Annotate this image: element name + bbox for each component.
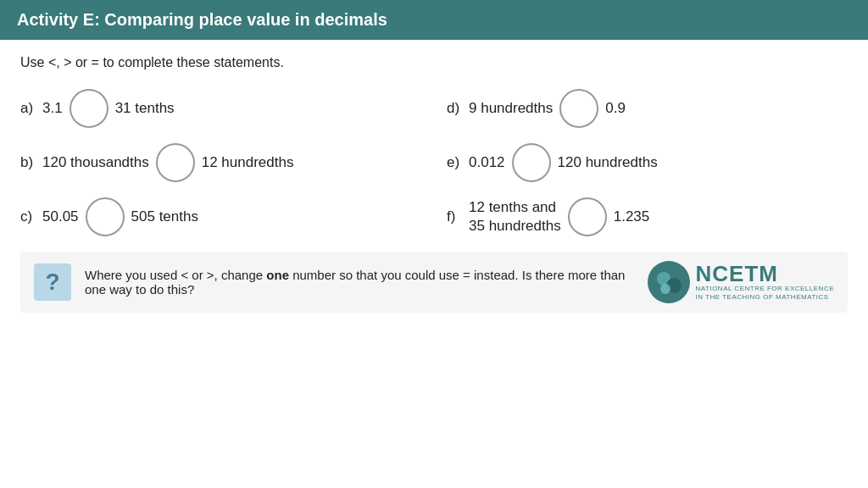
problem-c-label: c) xyxy=(20,208,36,225)
problem-f-left-line2: 35 hundredths xyxy=(469,217,561,236)
ncetm-logo: NCETM NATIONAL CENTRE FOR EXCELLENCE IN … xyxy=(647,260,834,304)
problem-f-left-text: 12 tenths and 35 hundredths xyxy=(469,198,561,236)
problem-e: e) 0.012 120 hundredths xyxy=(447,143,848,182)
problem-d-label: d) xyxy=(447,100,462,117)
problem-e-left: 0.012 xyxy=(469,154,505,171)
problem-a: a) 3.1 31 tenths xyxy=(20,89,421,128)
problem-f-left-line1: 12 tenths and xyxy=(469,198,561,217)
ncetm-line1: NATIONAL CENTRE FOR EXCELLENCE xyxy=(696,285,834,293)
main-content: Use <, > or = to complete these statemen… xyxy=(0,40,868,321)
problem-d: d) 9 hundredths 0.9 xyxy=(447,89,848,128)
problem-b: b) 120 thousandths 12 hundredths xyxy=(20,143,421,182)
ncetm-line2: IN THE TEACHING OF MATHEMATICS xyxy=(696,293,834,302)
problem-a-left: 3.1 xyxy=(42,100,63,117)
instruction-text: Use <, > or = to complete these statemen… xyxy=(20,55,848,70)
ncetm-text: NCETM NATIONAL CENTRE FOR EXCELLENCE IN … xyxy=(696,263,834,302)
svg-point-3 xyxy=(660,284,670,294)
problem-d-circle[interactable] xyxy=(559,89,598,128)
problem-c-circle[interactable] xyxy=(86,197,125,236)
problem-c-right: 505 tenths xyxy=(131,208,198,225)
problems-grid: a) 3.1 31 tenths d) 9 hundredths 0.9 b) … xyxy=(20,89,848,236)
problem-f-right: 1.235 xyxy=(614,208,650,225)
problem-b-label: b) xyxy=(20,154,36,171)
problem-a-label: a) xyxy=(20,100,36,117)
problem-b-right: 12 hundredths xyxy=(202,154,294,171)
problem-c-left: 50.05 xyxy=(42,208,79,225)
problem-f-circle[interactable] xyxy=(568,197,607,236)
question-icon: ? xyxy=(34,263,71,301)
problem-e-label: e) xyxy=(447,154,462,171)
problem-a-circle[interactable] xyxy=(70,89,108,128)
problem-e-circle[interactable] xyxy=(512,143,551,182)
problem-f: f) 12 tenths and 35 hundredths 1.235 xyxy=(447,197,848,236)
problem-b-circle[interactable] xyxy=(156,143,195,182)
problem-d-right: 0.9 xyxy=(605,100,626,117)
page-header: Activity E: Comparing place value in dec… xyxy=(0,0,868,40)
problem-a-right: 31 tenths xyxy=(115,100,175,117)
footer-hint: ? Where you used < or >, change one numb… xyxy=(20,252,848,313)
problem-d-left: 9 hundredths xyxy=(469,100,553,117)
problem-e-right: 120 hundredths xyxy=(558,154,658,171)
header-title: Activity E: Comparing place value in dec… xyxy=(17,10,387,29)
problem-c: c) 50.05 505 tenths xyxy=(20,197,421,236)
ncetm-acronym: NCETM xyxy=(696,263,834,285)
ncetm-circle-icon xyxy=(647,260,691,304)
problem-f-label: f) xyxy=(447,208,462,225)
problem-b-left: 120 thousandths xyxy=(42,154,149,171)
footer-text: Where you used < or >, change one number… xyxy=(85,268,633,297)
